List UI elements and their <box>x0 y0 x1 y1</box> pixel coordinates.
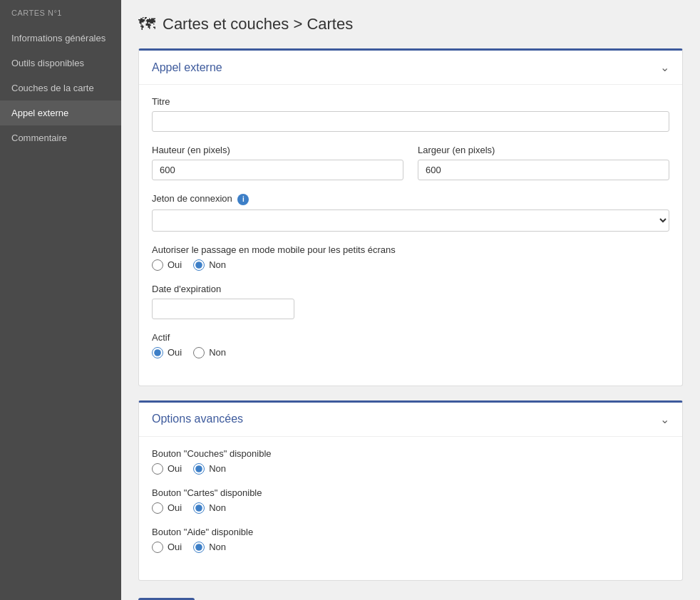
sidebar-item-couches-de-la-carte[interactable]: Couches de la carte <box>0 76 121 100</box>
actif-non-radio[interactable] <box>193 347 205 358</box>
autoriser-radio-group: Oui Non <box>152 259 669 271</box>
autoriser-group: Autoriser le passage en mode mobile pour… <box>152 244 669 271</box>
bouton-cartes-label: Bouton "Cartes" disponible <box>152 487 669 498</box>
dimensions-group: Hauteur (en pixels) Largeur (en pixels) <box>152 145 669 180</box>
sidebar-item-commentaire[interactable]: Commentaire <box>0 125 121 150</box>
jeton-select[interactable] <box>152 210 669 232</box>
bouton-couches-group: Bouton "Couches" disponible Oui Non <box>152 448 669 475</box>
map-icon: 🗺 <box>138 14 155 34</box>
autoriser-non-option[interactable]: Non <box>193 259 226 271</box>
largeur-input[interactable] <box>418 160 669 180</box>
autoriser-label: Autoriser le passage en mode mobile pour… <box>152 244 669 255</box>
bouton-couches-oui-label: Oui <box>168 463 182 474</box>
sidebar-header: CARTES N°1 <box>0 0 121 26</box>
options-avancees-header[interactable]: Options avancées ⌄ <box>139 403 682 436</box>
bouton-couches-non-label: Non <box>209 463 226 474</box>
actif-label: Actif <box>152 332 669 343</box>
actif-non-option[interactable]: Non <box>193 347 226 358</box>
autoriser-non-label: Non <box>209 259 226 270</box>
bouton-aide-non-radio[interactable] <box>193 542 205 553</box>
autoriser-non-radio[interactable] <box>193 259 205 271</box>
actif-oui-option[interactable]: Oui <box>152 347 182 358</box>
autoriser-oui-option[interactable]: Oui <box>152 259 182 271</box>
hauteur-col: Hauteur (en pixels) <box>152 145 403 180</box>
jeton-group: Jeton de connexion i <box>152 193 669 232</box>
bouton-cartes-non-label: Non <box>209 502 226 513</box>
sidebar-item-informations-generales[interactable]: Informations générales <box>0 26 121 51</box>
appel-externe-title: Appel externe <box>152 61 222 74</box>
bouton-couches-oui-radio[interactable] <box>152 463 163 475</box>
largeur-col: Largeur (en pixels) <box>418 145 669 180</box>
options-avancees-section: Options avancées ⌄ Bouton "Couches" disp… <box>138 400 683 581</box>
bouton-aide-oui-label: Oui <box>168 542 182 552</box>
jeton-label: Jeton de connexion i <box>152 193 669 205</box>
options-avancees-body: Bouton "Couches" disponible Oui Non Bout… <box>139 436 682 580</box>
bouton-aide-group: Bouton "Aide" disponible Oui Non <box>152 527 669 553</box>
sidebar-item-outils-disponibles[interactable]: Outils disponibles <box>0 51 121 76</box>
bouton-couches-oui-option[interactable]: Oui <box>152 463 182 475</box>
actif-non-label: Non <box>209 347 226 358</box>
bouton-couches-radio-group: Oui Non <box>152 463 669 475</box>
bouton-cartes-oui-label: Oui <box>168 502 182 513</box>
bouton-aide-non-label: Non <box>209 542 226 552</box>
bouton-cartes-non-option[interactable]: Non <box>193 502 226 514</box>
bouton-cartes-non-radio[interactable] <box>193 502 205 514</box>
bouton-couches-non-radio[interactable] <box>193 463 205 475</box>
date-expiration-group: Date d'expiration <box>152 284 669 319</box>
hauteur-input[interactable] <box>152 160 403 180</box>
hauteur-label: Hauteur (en pixels) <box>152 145 403 155</box>
appel-externe-body: Titre Hauteur (en pixels) Largeur (en pi… <box>139 84 682 386</box>
jeton-info-icon[interactable]: i <box>237 194 249 205</box>
main-content: 🗺 Cartes et couches > Cartes Appel exter… <box>121 0 700 600</box>
titre-label: Titre <box>152 96 669 107</box>
titre-group: Titre <box>152 96 669 132</box>
autoriser-oui-radio[interactable] <box>152 259 163 271</box>
bouton-aide-oui-option[interactable]: Oui <box>152 542 182 553</box>
options-avancees-title: Options avancées <box>152 413 243 425</box>
actif-oui-radio[interactable] <box>152 347 163 358</box>
bouton-couches-non-option[interactable]: Non <box>193 463 226 475</box>
bouton-cartes-oui-radio[interactable] <box>152 502 163 514</box>
actif-oui-label: Oui <box>168 347 182 358</box>
date-expiration-input[interactable] <box>152 299 294 319</box>
bouton-couches-label: Bouton "Couches" disponible <box>152 448 669 459</box>
bouton-aide-oui-radio[interactable] <box>152 542 163 553</box>
bouton-cartes-radio-group: Oui Non <box>152 502 669 514</box>
titre-input[interactable] <box>152 111 669 132</box>
sidebar: CARTES N°1 Informations générales Outils… <box>0 0 121 600</box>
autoriser-oui-label: Oui <box>168 259 182 270</box>
sidebar-item-appel-externe[interactable]: Appel externe <box>0 100 121 125</box>
bouton-aide-label: Bouton "Aide" disponible <box>152 527 669 537</box>
page-title: 🗺 Cartes et couches > Cartes <box>138 14 683 34</box>
creer-button[interactable]: Créer <box>138 598 195 601</box>
bouton-aide-non-option[interactable]: Non <box>193 542 226 553</box>
actif-radio-group: Oui Non <box>152 347 669 358</box>
bouton-cartes-oui-option[interactable]: Oui <box>152 502 182 514</box>
bouton-aide-radio-group: Oui Non <box>152 542 669 553</box>
largeur-label: Largeur (en pixels) <box>418 145 669 155</box>
appel-externe-section: Appel externe ⌄ Titre Hauteur (en pixels… <box>138 48 683 386</box>
actif-group: Actif Oui Non <box>152 332 669 358</box>
options-avancees-chevron-icon: ⌄ <box>660 413 669 426</box>
bouton-cartes-group: Bouton "Cartes" disponible Oui Non <box>152 487 669 514</box>
appel-externe-chevron-icon: ⌄ <box>660 61 669 74</box>
date-expiration-label: Date d'expiration <box>152 284 669 294</box>
appel-externe-header[interactable]: Appel externe ⌄ <box>139 51 682 84</box>
